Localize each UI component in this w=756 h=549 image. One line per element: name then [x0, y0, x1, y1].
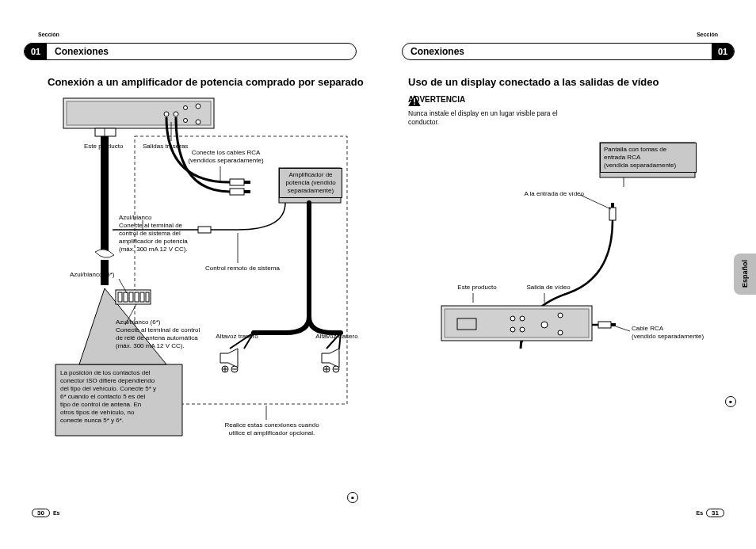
- warning-text: Nunca instale el display en un lugar vis…: [408, 109, 582, 127]
- language-tab: Español: [734, 254, 756, 295]
- svg-rect-52: [598, 322, 611, 328]
- svg-rect-53: [611, 323, 616, 326]
- lbl-altavoz-left: Altavoz trasero: [209, 333, 265, 341]
- left-heading: Conexión a un amplificador de potencia c…: [48, 76, 364, 88]
- section-number-left: 01: [25, 43, 47, 60]
- section-label-right: Sección: [697, 32, 718, 37]
- footer-left: 30 Es: [32, 509, 59, 517]
- section-header-left: 01 Conexiones: [24, 43, 357, 60]
- warning-row: ADVERTENCIA: [408, 95, 465, 104]
- svg-line-67: [616, 326, 630, 331]
- lbl-azul-blanco-5: Azul/blanco (5*): [70, 271, 133, 279]
- svg-rect-12: [230, 179, 244, 185]
- footer-right: Es 31: [697, 509, 724, 517]
- lbl-iso-note: La posición de los contactos delconector…: [60, 369, 179, 425]
- page-left: Sección 01 Conexiones Conexión a un ampl…: [0, 0, 378, 549]
- page-marker-right: ■: [725, 396, 736, 407]
- svg-rect-34: [118, 292, 122, 302]
- svg-rect-35: [124, 292, 128, 302]
- svg-point-63: [558, 330, 563, 335]
- page-right: Sección Conexiones 01 Uso de un display …: [378, 0, 756, 549]
- lang-code-left: Es: [53, 510, 60, 516]
- section-title-left: Conexiones: [47, 46, 356, 57]
- lbl-conecte-rca: Conecte los cables RCA(vendidos separada…: [182, 149, 269, 165]
- lbl-azul-blanco-main: Azul/blancoConecte al terminal decontrol…: [119, 214, 222, 254]
- lbl-salidas-traseras: Salidas traseras: [143, 143, 188, 151]
- svg-rect-48: [414, 104, 415, 105]
- document-spread: Sección 01 Conexiones Conexión a un ampl…: [0, 0, 756, 549]
- svg-point-60: [520, 327, 525, 332]
- lbl-este-producto-l: Este producto: [84, 143, 123, 151]
- svg-point-59: [510, 327, 515, 332]
- svg-rect-38: [140, 292, 144, 302]
- lbl-este-producto-r: Este producto: [449, 284, 505, 292]
- svg-rect-15: [244, 190, 250, 193]
- right-heading: Uso de un display conectado a las salida…: [408, 76, 659, 88]
- svg-line-66: [580, 195, 611, 209]
- lbl-altavoz-right: Altavoz trasero: [309, 333, 365, 341]
- warning-icon: [408, 95, 421, 106]
- svg-rect-2: [67, 101, 211, 125]
- section-header-right: Conexiones 01: [402, 43, 735, 60]
- svg-point-6: [184, 106, 188, 110]
- lbl-realice: Realice estas conexiones cuandoutilice e…: [212, 421, 331, 437]
- svg-rect-3: [95, 128, 116, 136]
- lbl-amplificador: Amplificador depotencia (vendidoseparada…: [279, 168, 342, 198]
- svg-point-57: [510, 316, 515, 321]
- lbl-pantalla-rca: Pantalla con tomas deentrada RCA(vendida…: [600, 143, 697, 173]
- lbl-control-remoto: Control remoto de sistema: [195, 265, 290, 273]
- svg-point-5: [174, 112, 178, 116]
- svg-rect-50: [609, 208, 616, 220]
- svg-rect-37: [135, 292, 139, 302]
- section-number-right: 01: [712, 43, 734, 60]
- svg-rect-39: [146, 292, 149, 302]
- svg-point-8: [196, 104, 200, 109]
- lang-code-right: Es: [697, 510, 704, 516]
- svg-point-58: [520, 316, 525, 321]
- lbl-a-entrada-video: A la entrada de vídeo: [513, 190, 584, 198]
- language-tab-label: Español: [741, 260, 749, 288]
- page-number-left: 30: [32, 509, 50, 517]
- svg-rect-51: [611, 203, 614, 208]
- lbl-cable-rca: Cable RCA(vendido separadamente): [632, 325, 719, 341]
- svg-rect-47: [414, 98, 415, 102]
- svg-rect-55: [445, 309, 589, 337]
- svg-point-9: [196, 120, 200, 124]
- lbl-salida-video: Salida de vídeo: [521, 284, 576, 292]
- svg-rect-36: [129, 292, 133, 302]
- page-marker-left: ■: [347, 492, 358, 503]
- diagram-amplifier: Este producto Salidas traseras Conecte l…: [48, 95, 357, 444]
- svg-rect-13: [244, 181, 250, 184]
- svg-rect-14: [230, 189, 244, 195]
- diagram-video: Pantalla con tomas deentrada RCA(vendida…: [426, 143, 727, 380]
- svg-point-62: [558, 313, 563, 318]
- page-number-right: 31: [706, 509, 724, 517]
- section-label-left: Sección: [38, 32, 59, 37]
- svg-point-61: [541, 322, 548, 328]
- svg-point-4: [164, 112, 169, 116]
- section-title-right: Conexiones: [403, 46, 712, 57]
- svg-point-7: [184, 119, 188, 123]
- diagram-video-svg: [426, 143, 727, 380]
